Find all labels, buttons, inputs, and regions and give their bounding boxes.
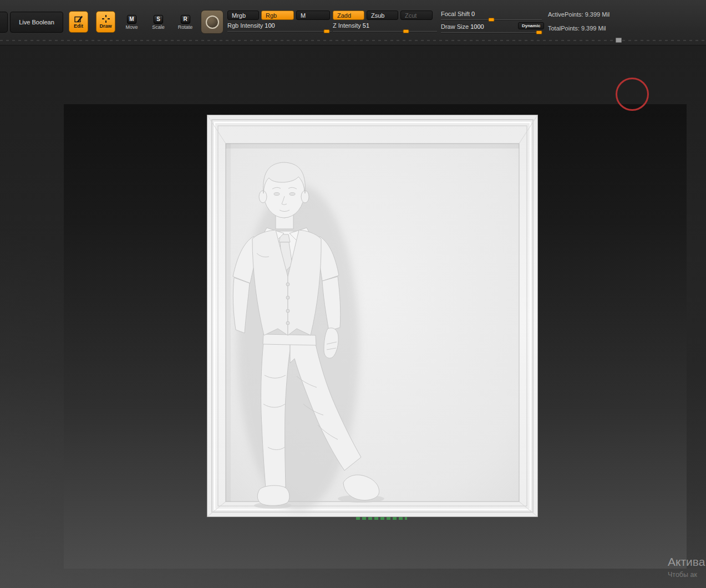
watermark-line1: Актива (668, 555, 705, 569)
focal-shift-value: 0 (471, 11, 475, 17)
toolbar-tray-dashes (0, 40, 706, 41)
live-boolean-button[interactable]: Live Boolean (10, 12, 63, 33)
scale-label: Scale (152, 25, 165, 30)
edit-icon (74, 15, 83, 23)
rgb-mode-button[interactable]: Rgb (261, 11, 294, 20)
toolbar-edge-stub-button[interactable] (0, 12, 8, 33)
draw-size-handle[interactable] (536, 30, 542, 34)
move-button[interactable]: M Move (121, 11, 142, 33)
zadd-mode-button[interactable]: Zadd (333, 11, 364, 20)
brush-cursor-ring (616, 78, 649, 111)
z-intensity-value: 51 (363, 22, 369, 29)
draw-label: Draw (99, 24, 111, 29)
draw-size-value: 1000 (470, 23, 484, 30)
z-intensity-label: Z Intensity (333, 22, 361, 29)
rgb-intensity-handle[interactable] (323, 29, 329, 33)
edit-label: Edit (74, 24, 83, 29)
relief-model[interactable] (207, 115, 538, 517)
zcut-mode-button[interactable]: Zcut (400, 11, 433, 20)
brush-sphere-icon (206, 16, 219, 29)
mrgb-mode-button[interactable]: Mrgb (227, 11, 259, 20)
m-mode-button[interactable]: M (296, 11, 330, 20)
z-intensity-track[interactable] (333, 31, 437, 32)
zsub-mode-button[interactable]: Zsub (367, 11, 398, 20)
active-brush-button[interactable] (201, 10, 224, 34)
rotate-button[interactable]: R Rotate (175, 11, 196, 33)
z-intensity-slider[interactable]: Z Intensity 51 (333, 22, 437, 33)
draw-size-track[interactable] (441, 32, 542, 33)
crosshair-icon (101, 15, 110, 23)
move-label: Move (125, 25, 138, 30)
draw-size-label: Draw Size (441, 23, 469, 30)
document-canvas[interactable] (64, 104, 687, 569)
zbrush-app: Live Boolean Edit Draw M Move S Scale (0, 0, 706, 588)
rgb-intensity-label: Rgb Intensity (227, 22, 263, 29)
focal-shift-slider[interactable]: Focal Shift 0 (441, 11, 542, 22)
focal-shift-handle[interactable] (489, 18, 495, 22)
move-icon: M (127, 15, 136, 24)
floor-marker-dashes (356, 517, 407, 520)
z-intensity-handle[interactable] (403, 29, 409, 33)
edit-button[interactable]: Edit (69, 11, 88, 33)
watermark-line2: Чтобы ак (668, 571, 697, 579)
rgb-intensity-slider[interactable]: Rgb Intensity 100 (227, 22, 332, 33)
rotate-icon: R (181, 15, 190, 24)
dynamic-button[interactable]: Dynamic (518, 22, 544, 29)
total-points-stat: TotalPoints: 9.399 Mil (548, 25, 606, 32)
top-toolbar: Live Boolean Edit Draw M Move S Scale (0, 0, 706, 45)
rgb-intensity-track[interactable] (227, 31, 332, 32)
viewport[interactable]: Актива Чтобы ак (0, 45, 706, 588)
focal-shift-track[interactable] (441, 19, 542, 21)
rgb-intensity-value: 100 (265, 22, 275, 29)
rotate-label: Rotate (178, 25, 193, 30)
active-points-stat: ActivePoints: 9.399 Mil (548, 11, 610, 18)
focal-shift-label: Focal Shift (441, 11, 470, 17)
toolbar-divider-grip[interactable] (616, 38, 622, 43)
scale-button[interactable]: S Scale (148, 11, 169, 33)
draw-button[interactable]: Draw (96, 11, 115, 33)
scale-icon: S (154, 15, 163, 24)
